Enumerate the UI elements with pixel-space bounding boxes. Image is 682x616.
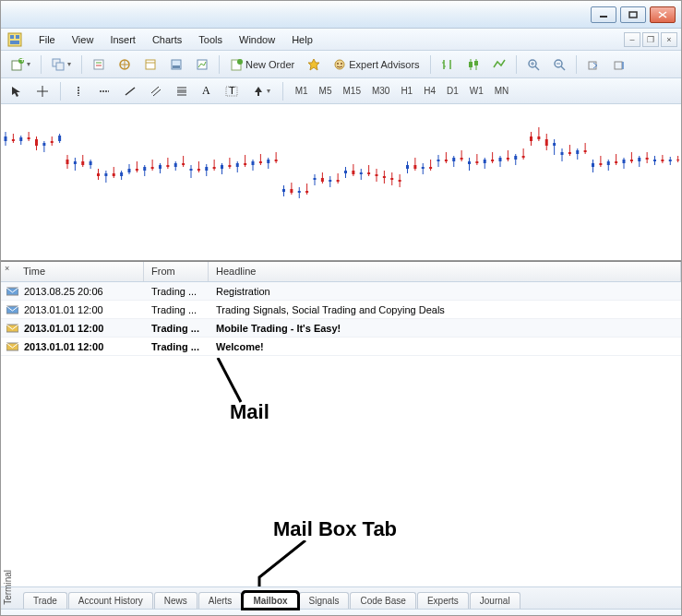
svg-line-43 (561, 66, 565, 70)
svg-point-28 (337, 63, 339, 65)
svg-rect-78 (58, 136, 61, 141)
timeframe-m1[interactable]: M1 (291, 83, 313, 99)
svg-rect-212 (576, 150, 579, 154)
svg-line-39 (535, 66, 539, 70)
svg-rect-98 (136, 169, 138, 171)
tab-news[interactable]: News (154, 592, 197, 609)
svg-rect-164 (390, 178, 393, 180)
zoom-in-button[interactable] (522, 54, 544, 75)
timeframe-h1[interactable]: H1 (396, 83, 417, 99)
candlestick-button[interactable] (462, 54, 485, 75)
svg-rect-192 (499, 158, 502, 161)
menu-window[interactable]: Window (231, 31, 283, 48)
menu-insert[interactable]: Insert (102, 31, 144, 48)
timeframe-m15[interactable]: M15 (338, 83, 365, 99)
close-button[interactable] (650, 6, 676, 23)
menu-view[interactable]: View (64, 31, 102, 48)
column-from[interactable]: From (144, 262, 209, 281)
timeframe-mn[interactable]: MN (490, 83, 514, 99)
mail-body-area: Mail Mail Box Tab (1, 356, 681, 586)
trendline-button[interactable] (120, 82, 140, 101)
svg-rect-168 (406, 165, 409, 169)
line-chart-button[interactable] (488, 54, 510, 75)
terminal-button[interactable] (165, 54, 187, 75)
svg-rect-190 (491, 160, 494, 161)
fibonacci-button[interactable] (172, 82, 192, 101)
minimize-button[interactable] (591, 6, 616, 23)
mail-row[interactable]: 2013.08.25 20:06Trading ...Registration (1, 282, 681, 301)
svg-rect-126 (244, 163, 246, 165)
mdi-restore-button[interactable]: ❐ (642, 32, 659, 47)
tab-experts[interactable]: Experts (417, 592, 469, 609)
crosshair-button[interactable] (32, 82, 53, 101)
text-button[interactable]: A (197, 80, 215, 101)
auto-scroll-button[interactable] (582, 54, 604, 75)
timeframe-w1[interactable]: W1 (465, 83, 488, 99)
arrows-button[interactable]: ▾ (248, 82, 275, 101)
text-label-button[interactable]: T (221, 82, 243, 101)
tab-account-history[interactable]: Account History (68, 592, 153, 609)
svg-rect-230 (646, 158, 649, 160)
timeframe-d1[interactable]: D1 (442, 83, 463, 99)
svg-rect-104 (159, 165, 162, 169)
profiles-button[interactable]: ▾ (47, 54, 76, 75)
mdi-minimize-button[interactable]: – (624, 32, 640, 47)
svg-rect-108 (174, 163, 177, 167)
navigator-button[interactable] (114, 54, 136, 75)
terminal-close-button[interactable]: × (5, 264, 14, 273)
timeframe-m5[interactable]: M5 (315, 83, 337, 99)
svg-rect-184 (468, 161, 471, 164)
svg-rect-152 (344, 171, 347, 173)
svg-rect-144 (314, 178, 317, 180)
svg-rect-88 (97, 173, 100, 176)
timeframe-m30[interactable]: M30 (367, 83, 394, 99)
svg-rect-186 (475, 161, 478, 163)
cursor-button[interactable] (6, 82, 27, 101)
price-chart[interactable] (1, 104, 681, 261)
tab-journal[interactable]: Journal (470, 592, 520, 609)
svg-rect-1 (629, 12, 637, 18)
new-chart-button[interactable]: +▾ (6, 54, 35, 75)
column-time[interactable]: Time (1, 262, 144, 281)
equidistant-channel-button[interactable] (146, 82, 166, 101)
column-headline[interactable]: Headline (209, 262, 681, 281)
svg-rect-7 (10, 41, 19, 44)
market-watch-button[interactable] (88, 54, 110, 75)
new-order-button[interactable]: New Order (225, 54, 299, 75)
timeframe-h4[interactable]: H4 (419, 83, 440, 99)
horizontal-line-button[interactable] (94, 82, 114, 101)
chart-shift-button[interactable] (608, 54, 630, 75)
mail-row[interactable]: 2013.01.01 12:00Trading ...Mobile Tradin… (1, 319, 681, 338)
menu-tools[interactable]: Tools (190, 31, 231, 48)
bar-chart-button[interactable] (437, 54, 459, 75)
svg-rect-35 (469, 62, 473, 67)
svg-rect-45 (589, 62, 596, 69)
tab-mailbox[interactable]: Mailbox (243, 592, 297, 609)
data-window-button[interactable] (139, 54, 162, 75)
svg-rect-158 (367, 172, 370, 174)
svg-rect-94 (120, 172, 123, 176)
svg-rect-68 (19, 137, 22, 141)
svg-rect-136 (282, 189, 285, 192)
metaeditor-button[interactable] (303, 54, 325, 75)
mdi-close-button[interactable]: × (661, 32, 677, 47)
vertical-line-button[interactable] (68, 82, 89, 101)
svg-rect-210 (568, 152, 571, 154)
tab-signals[interactable]: Signals (299, 592, 350, 609)
menu-help[interactable]: Help (283, 31, 321, 48)
menu-file[interactable]: File (30, 31, 64, 48)
expert-advisors-button[interactable]: Expert Advisors (329, 54, 424, 75)
svg-rect-194 (507, 158, 509, 160)
maximize-button[interactable] (620, 6, 646, 23)
svg-rect-13 (94, 60, 103, 69)
tab-code-base[interactable]: Code Base (350, 592, 415, 609)
mail-row[interactable]: 2013.01.01 12:00Trading ...Welcome! (1, 338, 681, 356)
svg-rect-160 (376, 174, 378, 176)
zoom-out-button[interactable] (548, 54, 570, 75)
svg-line-53 (126, 88, 135, 95)
tab-alerts[interactable]: Alerts (198, 592, 243, 609)
menu-charts[interactable]: Charts (144, 31, 190, 48)
strategy-tester-button[interactable] (191, 54, 213, 75)
tab-trade[interactable]: Trade (23, 592, 67, 609)
mail-row[interactable]: 2013.01.01 12:00Trading ...Trading Signa… (1, 301, 681, 319)
